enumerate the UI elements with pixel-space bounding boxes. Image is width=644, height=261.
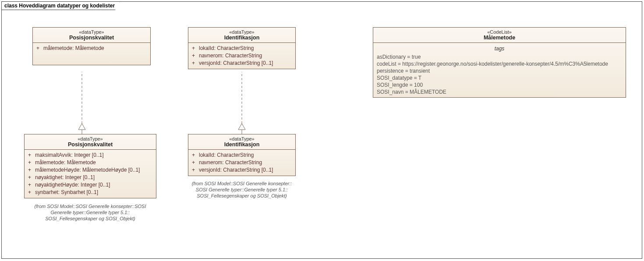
stereotype: «dataType»: [27, 136, 153, 141]
class-header: «dataType» Posisjonskvalitet: [25, 134, 156, 150]
class-body: +maksimaltAvvik: Integer [0..1] +målemet…: [25, 150, 156, 198]
attribute-row: + målemetode: Målemetode: [36, 45, 147, 52]
class-header: «dataType» Posisjonskvalitet: [33, 28, 150, 43]
tag-row: persistence = transient: [377, 67, 622, 74]
class-name: Posisjonskvalitet: [35, 35, 148, 41]
class-header: «dataType» Identifikasjon: [188, 134, 295, 150]
visibility: +: [36, 45, 43, 52]
svg-marker-1: [78, 123, 85, 130]
tags-heading: tags: [377, 45, 622, 53]
class-body: tags asDictionary = true codeList = http…: [373, 43, 626, 97]
attribute-row: +nøyaktighetHøyde: Integer [0..1]: [28, 181, 152, 189]
tag-row: asDictionary = true: [377, 53, 622, 60]
attribute-row: +nøyaktighet: Integer [0..1]: [28, 174, 152, 181]
diagram-title: class Hoveddiagram datatyper og kodelist…: [4, 3, 115, 9]
class-identifikasjon-top[interactable]: «dataType» Identifikasjon +lokalId: Char…: [188, 27, 296, 69]
stereotype: «dataType»: [191, 29, 293, 35]
stereotype: «dataType»: [35, 29, 148, 35]
class-body: + målemetode: Målemetode: [33, 43, 150, 65]
attribute-row: +målemetode: Målemetode: [28, 159, 152, 166]
class-malemetode[interactable]: «CodeList» Målemetode tags asDictionary …: [373, 27, 626, 98]
attribute-row: +navnerom: CharacterString: [192, 159, 292, 166]
class-name: Identifikasjon: [191, 141, 293, 148]
attribute-row: +maksimaltAvvik: Integer [0..1]: [28, 152, 152, 159]
class-from-note: (from SOSI Model::SOSI Generelle konsept…: [183, 180, 301, 199]
attribute-row: +versjonId: CharacterString [0..1]: [192, 60, 292, 67]
class-name: Målemetode: [376, 35, 623, 41]
class-body: +lokalId: CharacterString +navnerom: Cha…: [188, 43, 295, 69]
diagram-title-tab: class Hoveddiagram datatyper og kodelist…: [1, 1, 120, 10]
class-posisjonskvalitet-top[interactable]: «dataType» Posisjonskvalitet + målemetod…: [32, 27, 151, 65]
attribute-row: +lokalId: CharacterString: [192, 45, 292, 52]
class-body: +lokalId: CharacterString +navnerom: Cha…: [188, 150, 295, 176]
class-identifikasjon-bottom[interactable]: «dataType» Identifikasjon +lokalId: Char…: [188, 134, 296, 176]
class-from-note: (from SOSI Model::SOSI Generelle konsept…: [24, 203, 156, 222]
tag-row: SOSI_lengde = 100: [377, 81, 622, 88]
class-posisjonskvalitet-bottom[interactable]: «dataType» Posisjonskvalitet +maksimaltA…: [24, 134, 156, 198]
class-header: «dataType» Identifikasjon: [188, 28, 295, 43]
attribute-row: +synbarhet: Synbarhet [0..1]: [28, 189, 152, 196]
attribute-row: +navnerom: CharacterString: [192, 52, 292, 60]
attribute-row: +lokalId: CharacterString: [192, 152, 292, 159]
class-name: Posisjonskvalitet: [27, 141, 153, 148]
tag-row: codeList = https://register.geonorge.no/…: [377, 60, 622, 67]
stereotype: «dataType»: [191, 136, 293, 141]
stereotype: «CodeList»: [376, 29, 623, 35]
attribute-text: målemetode: Målemetode: [43, 45, 147, 52]
tag-row: SOSI_navn = MÅLEMETODE: [377, 88, 622, 95]
diagram-frame: class Hoveddiagram datatyper og kodelist…: [1, 1, 642, 259]
attribute-row: +målemetodeHøyde: MålemetodeHøyde [0..1]: [28, 166, 152, 174]
svg-marker-4: [238, 123, 245, 130]
tag-row: SOSI_datatype = T: [377, 74, 622, 81]
class-header: «CodeList» Målemetode: [373, 28, 626, 43]
attribute-row: +versjonId: CharacterString [0..1]: [192, 166, 292, 174]
class-name: Identifikasjon: [191, 35, 293, 41]
